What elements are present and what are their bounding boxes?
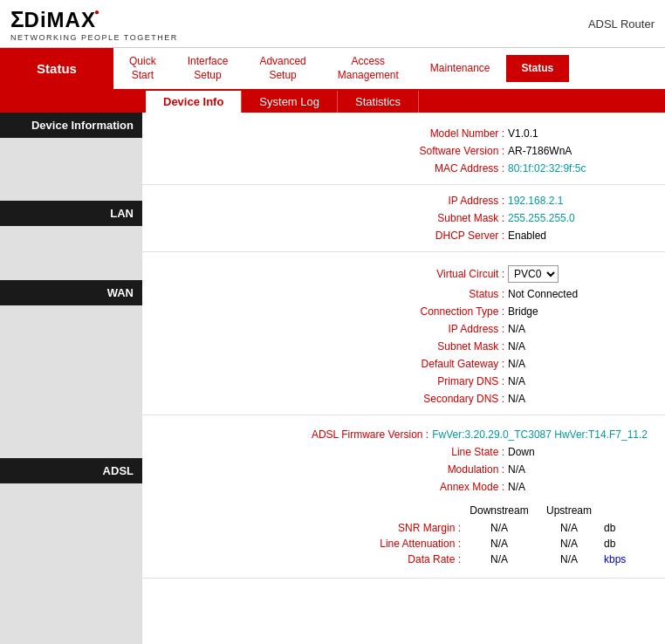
annex-mode-label: Annex Mode : <box>440 481 504 493</box>
line-attenuation-downstream: N/A <box>464 538 534 550</box>
primary-dns-value: N/A <box>508 375 648 387</box>
sidebar-wan: WAN <box>0 280 142 305</box>
line-state-row: Line State : Down <box>142 443 665 461</box>
connection-type-label: Connection Type : <box>420 305 504 318</box>
primary-dns-label: Primary DNS : <box>437 375 504 387</box>
modulation-value: N/A <box>508 463 648 476</box>
sub-nav-statistics[interactable]: Statistics <box>338 91 419 113</box>
secondary-dns-label: Secondary DNS : <box>423 393 504 405</box>
snr-upstream: N/A <box>534 522 604 534</box>
nav-maintenance[interactable]: Maintenance <box>415 55 506 83</box>
lan-subnet-label: Subnet Mask : <box>437 212 504 224</box>
nav-interface-setup[interactable]: Interface Setup <box>172 48 244 89</box>
mac-address-row: MAC Address : 80:1f:02:32:9f:5c <box>142 160 665 177</box>
adsl-firmware-label: ADSL Firmware Version : <box>312 428 428 441</box>
model-number-label: Model Number : <box>430 127 504 140</box>
software-version-row: Software Version : AR-7186WnA <box>142 142 665 160</box>
main-content: Model Number : V1.0.1 Software Version :… <box>142 113 665 644</box>
lan-ip-row: IP Address : 192.168.2.1 <box>142 192 665 209</box>
line-attenuation-label: Line Attenuation : <box>286 538 461 550</box>
virtual-circuit-label: Virtual Circuit : <box>436 268 504 280</box>
left-sidebar: Device Information LAN WAN ADSL <box>0 113 142 644</box>
sub-nav-device-info[interactable]: Device Info <box>146 91 242 113</box>
software-version-value: AR-7186WnA <box>508 145 648 157</box>
data-rate-row: Data Rate : N/A N/A kbps <box>160 552 648 567</box>
sidebar-lan: LAN <box>0 201 142 226</box>
default-gateway-value: N/A <box>508 358 648 370</box>
line-state-label: Line State : <box>451 446 504 458</box>
data-rate-downstream: N/A <box>464 553 534 565</box>
dhcp-row: DHCP Server : Enabled <box>142 227 665 244</box>
nav-quick-start[interactable]: Quick Start <box>113 48 172 89</box>
main-nav: Status Quick Start Interface Setup Advan… <box>0 48 665 91</box>
modulation-row: Modulation : N/A <box>142 461 665 478</box>
adsl-firmware-value: FwVer:3.20.29.0_TC3087 HwVer:T14.F7_11.2 <box>432 428 648 441</box>
nav-links: Quick Start Interface Setup Advanced Set… <box>113 48 665 89</box>
line-attenuation-unit: db <box>604 538 648 550</box>
virtual-circuit-value: PVC0 PVC1 PVC2 <box>508 265 648 283</box>
snr-margin-label: SNR Margin : <box>286 522 461 534</box>
sub-nav-system-log[interactable]: System Log <box>242 91 338 113</box>
model-number-value: V1.0.1 <box>508 127 648 140</box>
line-attenuation-upstream: N/A <box>534 538 604 550</box>
primary-dns-row: Primary DNS : N/A <box>142 373 665 390</box>
content-area: Device Information LAN WAN ADSL Model Nu… <box>0 113 665 644</box>
line-attenuation-row: Line Attenuation : N/A N/A db <box>160 536 648 552</box>
model-number-row: Model Number : V1.0.1 <box>142 125 665 142</box>
wan-ip-label: IP Address : <box>449 323 504 335</box>
lan-subnet-row: Subnet Mask : 255.255.255.0 <box>142 209 665 227</box>
page-header: ΣDiMAX● NETWORKING PEOPLE TOGETHER ADSL … <box>0 0 665 48</box>
annex-mode-row: Annex Mode : N/A <box>142 478 665 496</box>
sidebar-device-information: Device Information <box>0 113 142 138</box>
annex-mode-value: N/A <box>508 481 648 493</box>
wan-section: Virtual Circuit : PVC0 PVC1 PVC2 Status … <box>142 252 665 415</box>
nav-access-management[interactable]: Access Management <box>322 48 415 89</box>
sigma-icon: Σ <box>10 6 24 32</box>
virtual-circuit-row: Virtual Circuit : PVC0 PVC1 PVC2 <box>142 263 665 285</box>
wan-status-value: Not Connected <box>508 288 648 300</box>
lan-ip-label: IP Address : <box>449 195 504 207</box>
lan-subnet-value: 255.255.255.0 <box>508 212 648 224</box>
wan-subnet-row: Subnet Mask : N/A <box>142 338 665 355</box>
mac-address-label: MAC Address : <box>435 162 504 175</box>
sidebar-adsl: ADSL <box>0 458 142 483</box>
logo: ΣDiMAX● NETWORKING PEOPLE TOGETHER <box>10 5 178 42</box>
snr-margin-row: SNR Margin : N/A N/A db <box>160 520 648 536</box>
line-state-value: Down <box>508 446 648 458</box>
wan-ip-value: N/A <box>508 323 648 335</box>
default-gateway-label: Default Gateway : <box>422 358 504 370</box>
dhcp-value: Enabled <box>508 230 648 242</box>
secondary-dns-value: N/A <box>508 393 648 405</box>
wan-status-label: Status : <box>469 288 504 300</box>
dhcp-label: DHCP Server : <box>435 230 504 242</box>
nav-advanced-setup[interactable]: Advanced Setup <box>243 48 321 89</box>
wan-subnet-value: N/A <box>508 340 648 353</box>
wan-ip-row: IP Address : N/A <box>142 320 665 338</box>
logo-subtitle: NETWORKING PEOPLE TOGETHER <box>10 33 178 42</box>
logo-text: DiMAX <box>24 8 96 31</box>
lan-section: IP Address : 192.168.2.1 Subnet Mask : 2… <box>142 185 665 252</box>
nav-status[interactable]: Status <box>506 55 570 83</box>
data-rate-upstream: N/A <box>534 553 604 565</box>
wan-status-row: Status : Not Connected <box>142 285 665 303</box>
snr-downstream: N/A <box>464 522 534 534</box>
default-gateway-row: Default Gateway : N/A <box>142 355 665 373</box>
red-dot: ● <box>94 7 99 17</box>
virtual-circuit-select[interactable]: PVC0 PVC1 PVC2 <box>508 265 559 283</box>
snr-unit: db <box>604 522 648 534</box>
device-info-section: Model Number : V1.0.1 Software Version :… <box>142 113 665 185</box>
lan-ip-value: 192.168.2.1 <box>508 195 648 207</box>
data-rate-unit: kbps <box>604 553 648 565</box>
connection-type-row: Connection Type : Bridge <box>142 303 665 320</box>
secondary-dns-row: Secondary DNS : N/A <box>142 390 665 408</box>
software-version-label: Software Version : <box>420 145 504 157</box>
data-rate-label: Data Rate : <box>286 553 461 565</box>
adsl-section: ADSL Firmware Version : FwVer:3.20.29.0_… <box>142 415 665 579</box>
sub-nav: Device Info System Log Statistics <box>0 91 665 113</box>
mac-address-value: 80:1f:02:32:9f:5c <box>508 162 648 175</box>
upstream-header: Upstream <box>534 504 604 517</box>
modulation-label: Modulation : <box>448 463 504 476</box>
downstream-header: Downstream <box>464 504 534 517</box>
table-header: Downstream Upstream <box>160 504 648 517</box>
connection-type-value: Bridge <box>508 305 648 318</box>
